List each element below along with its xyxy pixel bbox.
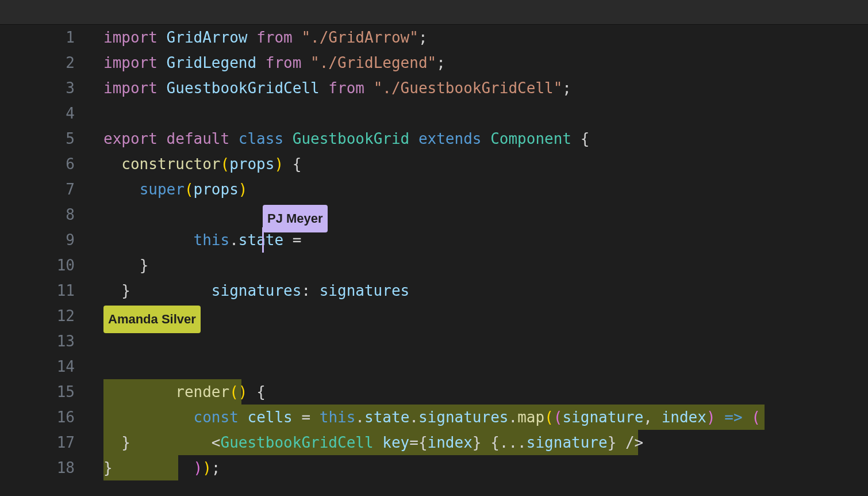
title-bar	[0, 0, 868, 25]
